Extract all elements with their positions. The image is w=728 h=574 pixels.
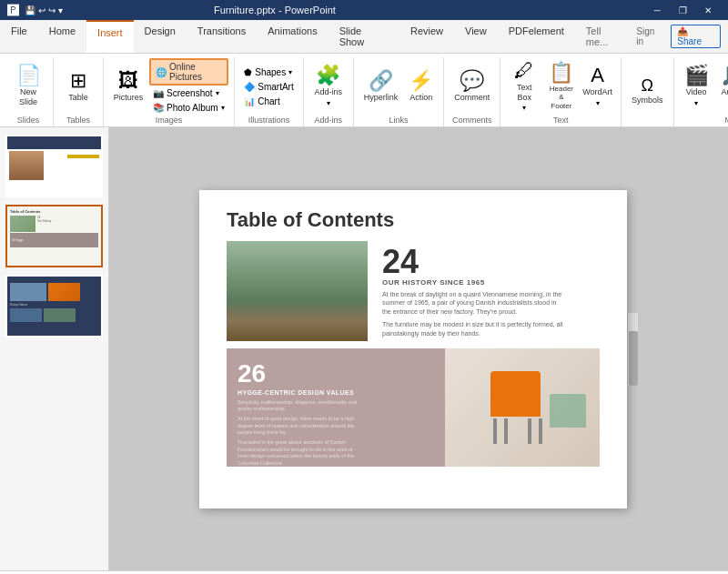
- close-button[interactable]: ✕: [695, 0, 721, 20]
- chart-button[interactable]: 📊 Chart: [240, 95, 297, 108]
- slide-chair-image: [436, 348, 600, 467]
- slide-body: 24 OUR HISTORY SINCE 1965 At the break o…: [199, 241, 627, 467]
- canvas-area: Table of Contents 24 OUR HISTORY SINCE 1…: [109, 127, 728, 570]
- addins-button[interactable]: 🧩 Add-ins ▾: [309, 61, 348, 112]
- teal-seat: [550, 408, 586, 428]
- tab-animations[interactable]: Animations: [257, 20, 328, 53]
- chart-label: Chart: [258, 96, 279, 106]
- wordart-button[interactable]: A WordArt ▾: [580, 63, 615, 110]
- images-column: 🌐 Online Pictures 📷 Screenshot ▾ 📚 Photo…: [149, 58, 228, 115]
- title-bar-icons: 💾 ↩ ↪ ▾: [25, 5, 63, 15]
- notes-bar[interactable]: Click to add notes: [0, 570, 728, 574]
- illustrations-group-label: Illustrations: [248, 116, 290, 126]
- symbols-button[interactable]: Ω Symbols: [627, 65, 668, 116]
- slide-3-content: Design Values: [7, 277, 101, 336]
- thumb2-title: Table of Contents: [10, 209, 98, 214]
- action-button[interactable]: ⚡ Action: [404, 64, 438, 109]
- customize-icon[interactable]: ▾: [58, 5, 63, 15]
- slide-heading-1: OUR HISTORY SINCE 1965: [382, 278, 564, 287]
- slide-1-content: [7, 136, 101, 196]
- online-pictures-label: Online Pictures: [169, 62, 222, 82]
- tab-tellme[interactable]: Tell me...: [575, 20, 636, 53]
- group-illustrations: ⬟ Shapes ▾ 🔷 SmartArt 📊 Chart Illustrati…: [235, 57, 303, 126]
- signin-button[interactable]: Sign in: [636, 26, 663, 46]
- tab-file[interactable]: File: [0, 20, 38, 53]
- online-pictures-icon: 🌐: [156, 67, 167, 77]
- scrollbar-thumb[interactable]: [629, 331, 638, 386]
- slide-thumb-3[interactable]: Design Values: [5, 275, 103, 337]
- slide-bottom-row: 26 HYGGE-CENTRIC DESIGN VALUES Simplicit…: [227, 348, 600, 467]
- screenshot-dropdown[interactable]: ▾: [216, 89, 219, 97]
- undo-icon[interactable]: ↩: [38, 5, 46, 15]
- symbols-label: Symbols: [632, 96, 663, 106]
- slide-thumb-1[interactable]: [5, 135, 103, 197]
- tab-design[interactable]: Design: [134, 20, 187, 53]
- slide-hygge-para2: At the heart of good design, there needs…: [238, 416, 365, 437]
- slides-panel: 1 2 Table of Content: [0, 127, 109, 570]
- redo-icon[interactable]: ↪: [48, 5, 56, 15]
- header-footer-button[interactable]: 📋 Header& Footer: [544, 60, 578, 114]
- textbox-icon: 🖊: [514, 61, 534, 81]
- slide-thumb-container-1: 1: [5, 135, 103, 197]
- textbox-button[interactable]: 🖊 Text Box ▾: [506, 58, 542, 116]
- thumb2-text1: 24Our History: [37, 216, 98, 232]
- photo-album-dropdown[interactable]: ▾: [221, 104, 225, 112]
- window-controls: ─ ❐ ✕: [644, 0, 721, 20]
- restore-button[interactable]: ❐: [670, 0, 695, 20]
- tab-pdfelement[interactable]: PDFelement: [498, 20, 575, 53]
- table-button[interactable]: ⊞ Table: [59, 61, 97, 112]
- thumb3-imgA: [10, 283, 46, 301]
- video-label: Video: [686, 87, 707, 97]
- tab-review[interactable]: Review: [399, 20, 454, 53]
- slide-title: Table of Contents: [199, 190, 627, 241]
- slide-thumb-2[interactable]: Table of Contents 24Our History 26 Hygge: [5, 205, 103, 267]
- online-pictures-button[interactable]: 🌐 Online Pictures: [149, 58, 228, 86]
- save-icon[interactable]: 💾: [25, 5, 35, 15]
- shapes-button[interactable]: ⬟ Shapes ▾: [240, 65, 297, 79]
- slide-hygge-para3: This belief in the great above aesthetic…: [238, 439, 365, 468]
- tab-insert[interactable]: Insert: [86, 20, 134, 53]
- slide-main[interactable]: Table of Contents 24 OUR HISTORY SINCE 1…: [199, 190, 627, 509]
- thumb3-bg: Design Values: [7, 277, 101, 336]
- comments-group-label: Comments: [452, 116, 492, 126]
- audio-icon: 🎵: [720, 65, 728, 86]
- ribbon-tabs: File Home Insert Design Transitions Anim…: [0, 20, 728, 54]
- images-items: 🖼 Pictures 🌐 Online Pictures 📷 Screensho…: [109, 57, 228, 116]
- smartart-label: SmartArt: [258, 82, 293, 92]
- symbols-icon: Ω: [642, 77, 653, 94]
- hyperlink-button[interactable]: 🔗 Hyperlink: [359, 64, 403, 109]
- audio-button[interactable]: 🎵 Audio ▾: [715, 63, 728, 110]
- smartart-button[interactable]: 🔷 SmartArt: [240, 80, 297, 94]
- text-group-label: Text: [553, 116, 569, 126]
- pictures-button[interactable]: 🖼 Pictures: [109, 61, 147, 112]
- chair-visual: [436, 348, 600, 467]
- photo-album-label: Photo Album: [167, 103, 218, 113]
- comment-button[interactable]: 💬 Comment: [450, 61, 494, 112]
- thumb1-chair: [9, 151, 44, 180]
- shapes-dropdown[interactable]: ▾: [288, 68, 292, 76]
- slide-thumb-container-2: 2 Table of Contents 24Our History 26 Hyg…: [5, 205, 103, 267]
- main-area: 1 2 Table of Content: [0, 127, 728, 570]
- chair-leg-3: [528, 418, 531, 444]
- share-button[interactable]: 📤 Share: [671, 25, 721, 48]
- group-addins: 🧩 Add-ins ▾ Add-ins: [304, 57, 354, 126]
- group-links: 🔗 Hyperlink ⚡ Action Links: [354, 57, 445, 126]
- screenshot-button[interactable]: 📷 Screenshot ▾: [149, 86, 228, 100]
- tab-home[interactable]: Home: [38, 20, 86, 53]
- video-button[interactable]: 🎬 Video ▾: [680, 63, 713, 110]
- images-group-label: Images: [156, 116, 183, 126]
- tab-view[interactable]: View: [454, 20, 498, 53]
- group-slides: 📄 New Slide Slides: [4, 57, 54, 126]
- group-symbols: Ω Symbols: [622, 57, 674, 126]
- addins-icon: 🧩: [316, 65, 340, 86]
- tab-slideshow[interactable]: Slide Show: [329, 20, 399, 53]
- smartart-icon: 🔷: [244, 82, 255, 92]
- slide-section1-text: 24 OUR HISTORY SINCE 1965 At the break o…: [382, 241, 564, 338]
- photo-album-button[interactable]: 📚 Photo Album ▾: [149, 101, 228, 115]
- scrollbar-vertical[interactable]: [627, 313, 638, 386]
- group-media: 🎬 Video ▾ 🎵 Audio ▾ ⏺ ScreenRecording Me…: [674, 57, 728, 126]
- comments-items: 💬 Comment: [450, 57, 494, 116]
- new-slide-button[interactable]: 📄 New Slide: [9, 61, 47, 112]
- minimize-button[interactable]: ─: [644, 0, 670, 20]
- tab-transitions[interactable]: Transitions: [187, 20, 257, 53]
